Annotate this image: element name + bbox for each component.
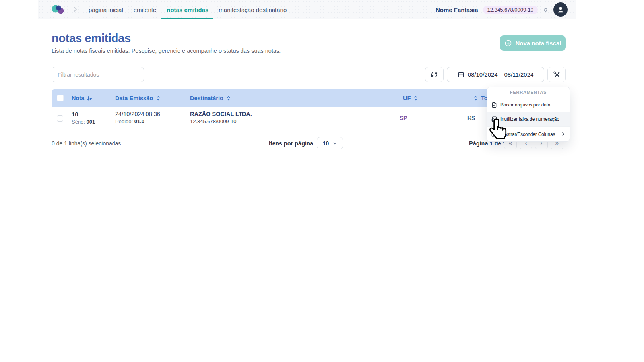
destinatario-name: RAZÃO SOCIAL LTDA. [190,111,252,117]
column-label: UF [403,95,411,101]
file-arrow-down-icon [491,102,497,108]
menu-title: FERRAMENTAS [487,87,570,97]
new-invoice-label: Nova nota fiscal [515,40,561,46]
items-per-page-select[interactable]: 10 [317,137,343,149]
items-per-page-label: Itens por página [269,140,313,147]
cell-data-emissao: 24/10/2024 08:36 Pedido: 01.0 [115,111,160,124]
chevron-down-icon [332,141,337,146]
column-header-nota[interactable]: Nota [72,89,93,107]
calendar-icon [458,71,464,78]
column-header-uf[interactable]: UF [403,89,419,107]
sort-descending-icon [87,95,93,101]
cell-total: R$ [467,115,475,121]
screwdriver-wrench-icon [553,71,561,78]
person-icon [556,5,565,14]
new-invoice-button[interactable]: Nova nota fiscal [500,35,566,51]
sort-icon [226,95,231,101]
menu-item-label: Baixar arquivos por data [500,102,550,108]
cell-destinatario: RAZÃO SOCIAL LTDA. 12.345.678/0009-10 [190,111,252,124]
cell-nota: 10 Série: 001 [72,111,95,125]
company-name: Nome Fantasia [436,6,478,13]
main-nav: página inicial emitente notas emitidas m… [83,0,292,19]
emission-datetime: 24/10/2024 08:36 [115,111,160,117]
tools-button[interactable] [547,67,566,82]
column-header-destinatario[interactable]: Destinatário [190,89,231,107]
nav-manifestacao-destinatario[interactable]: manifestação destinatário [213,0,292,19]
nav-emitente[interactable]: emitente [128,0,162,19]
menu-item-inutilizar-faixa[interactable]: Inutilizar faixa de numeração [487,112,570,127]
menu-item-mostrar-esconder-colunas[interactable]: Mostrar/Esconder Colunas [487,127,570,141]
app-logo-icon[interactable] [51,4,65,15]
nav-notas-emitidas[interactable]: notas emitidas [161,0,213,19]
menu-item-label: Mostrar/Esconder Colunas [500,132,555,137]
pedido: Pedido: 01.0 [115,118,160,124]
ferramentas-menu: FERRAMENTAS Baixar arquivos por data Inu… [487,87,570,142]
destinatario-cnpj: 12.345.678/0009-10 [190,118,252,124]
address-book-icon [491,116,497,122]
items-per-page-value: 10 [323,140,329,147]
date-range-label: 08/10/2024 – 08/11/2024 [468,71,534,78]
refresh-icon [431,71,438,78]
refresh-button[interactable] [425,67,444,82]
company-cnpj-badge: 12.345.678/0009-10 [483,6,538,14]
app-root: página inicial emitente notas emitidas m… [0,0,644,362]
user-avatar[interactable] [553,2,568,17]
filter-input[interactable] [52,67,144,82]
column-label: Data Emissão [115,95,153,101]
selection-summary: 0 de 1 linha(s) selecionadas. [52,140,122,147]
nota-serie: Série: 001 [72,119,95,125]
plus-circle-icon [504,39,512,47]
company-switch-chevrons-icon[interactable] [543,7,549,13]
topbar-right: Nome Fantasia 12.345.678/0009-10 [436,0,568,19]
page-title: notas emitidas [52,32,131,45]
topbar: página inicial emitente notas emitidas m… [38,0,576,19]
breadcrumb-chevron-icon [72,6,79,14]
select-all-checkbox[interactable] [57,95,64,101]
nav-pagina-inicial[interactable]: página inicial [83,0,128,19]
sort-icon [473,95,479,101]
column-label: Destinatário [190,95,223,101]
sort-icon [155,95,161,101]
table-columns-icon [491,131,497,137]
nota-number: 10 [72,111,95,118]
cell-uf: SP [392,115,415,121]
page-subtitle: Lista de notas fiscais emitidas. Pesquis… [52,48,281,54]
menu-item-label: Inutilizar faixa de numeração [500,116,559,122]
menu-item-baixar-arquivos[interactable]: Baixar arquivos por data [487,97,570,112]
column-label: Nota [72,95,84,101]
row-checkbox[interactable] [57,115,63,122]
column-header-data-emissao[interactable]: Data Emissão [115,89,161,107]
sort-icon [413,95,419,101]
chevron-right-icon [561,132,566,137]
date-range-button[interactable]: 08/10/2024 – 08/11/2024 [447,67,544,82]
